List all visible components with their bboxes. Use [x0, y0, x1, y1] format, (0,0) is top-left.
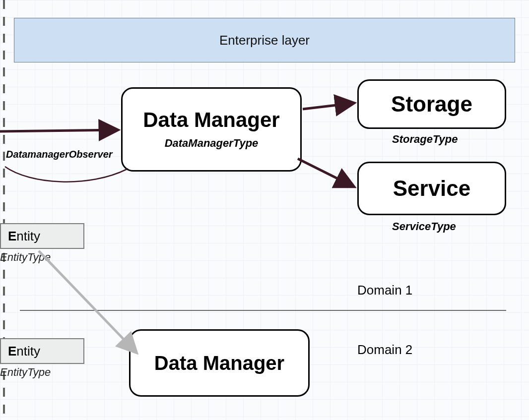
observer-curve — [5, 167, 128, 182]
arrow-into-datamanager — [0, 130, 117, 131]
arrow-entity-to-dm2 — [39, 251, 136, 352]
arrow-dm-to-storage — [303, 103, 353, 109]
arrow-dm-to-service — [298, 159, 353, 186]
observer-label: DatamanagerObserver — [6, 149, 113, 160]
